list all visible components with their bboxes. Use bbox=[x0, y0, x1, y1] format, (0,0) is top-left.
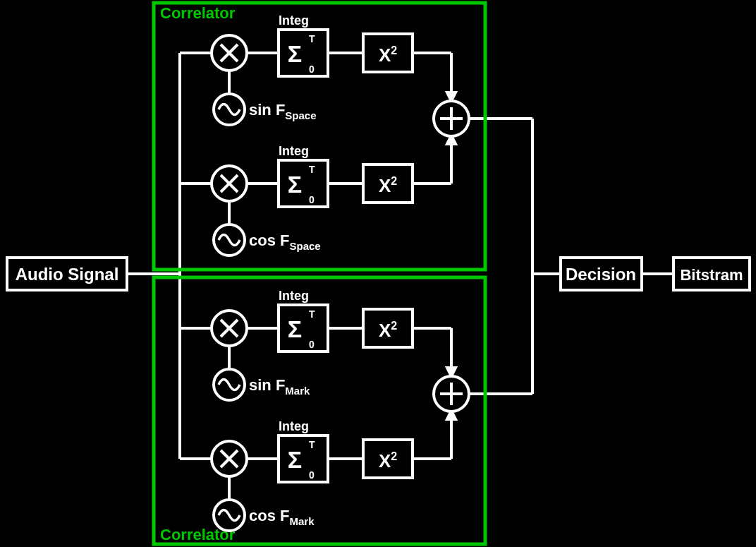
svg-text:Integ: Integ bbox=[279, 13, 309, 28]
svg-rect-57 bbox=[279, 30, 328, 76]
multiplier-icon bbox=[212, 311, 247, 346]
square-box: X2 bbox=[363, 309, 413, 347]
svg-text:T: T bbox=[309, 164, 315, 175]
svg-text:Integ: Integ bbox=[279, 419, 309, 433]
svg-rect-72 bbox=[279, 435, 328, 482]
adder-icon bbox=[434, 376, 469, 411]
svg-text:Σ: Σ bbox=[288, 315, 302, 342]
audio-signal-box: Audio Signal bbox=[7, 258, 127, 290]
adder-icon bbox=[434, 101, 469, 136]
svg-text:T: T bbox=[309, 308, 315, 320]
multiplier-icon bbox=[212, 441, 247, 476]
audio-signal-label: Audio Signal bbox=[16, 265, 119, 284]
svg-text:0: 0 bbox=[309, 469, 315, 481]
svg-text:Σ: Σ bbox=[288, 40, 302, 67]
svg-text:Integ: Integ bbox=[279, 289, 309, 303]
svg-text:0: 0 bbox=[309, 64, 315, 75]
bitstream-box: Bitstram bbox=[673, 258, 750, 290]
decision-label: Decision bbox=[566, 265, 636, 284]
correlator-label-top: Correlator bbox=[160, 4, 236, 22]
decision-box: Decision bbox=[561, 258, 642, 290]
oscillator-icon bbox=[214, 500, 245, 531]
svg-text:Integ: Integ bbox=[279, 144, 309, 158]
square-box: X2 bbox=[363, 164, 413, 203]
square-box: X2 bbox=[363, 440, 413, 478]
multiplier-icon bbox=[212, 166, 247, 201]
svg-text:Σ: Σ bbox=[288, 446, 302, 473]
bitstream-label: Bitstram bbox=[680, 266, 743, 284]
oscillator-icon bbox=[214, 224, 245, 256]
svg-text:Σ: Σ bbox=[288, 171, 302, 198]
svg-rect-67 bbox=[279, 305, 328, 351]
oscillator-icon bbox=[214, 94, 245, 125]
svg-text:T: T bbox=[309, 33, 315, 44]
svg-text:0: 0 bbox=[309, 194, 315, 205]
multiplier-icon bbox=[212, 35, 247, 71]
svg-text:T: T bbox=[309, 439, 315, 450]
oscillator-icon bbox=[214, 369, 245, 400]
svg-text:0: 0 bbox=[309, 339, 315, 350]
svg-rect-62 bbox=[279, 160, 328, 207]
square-box: X2 bbox=[363, 34, 413, 72]
